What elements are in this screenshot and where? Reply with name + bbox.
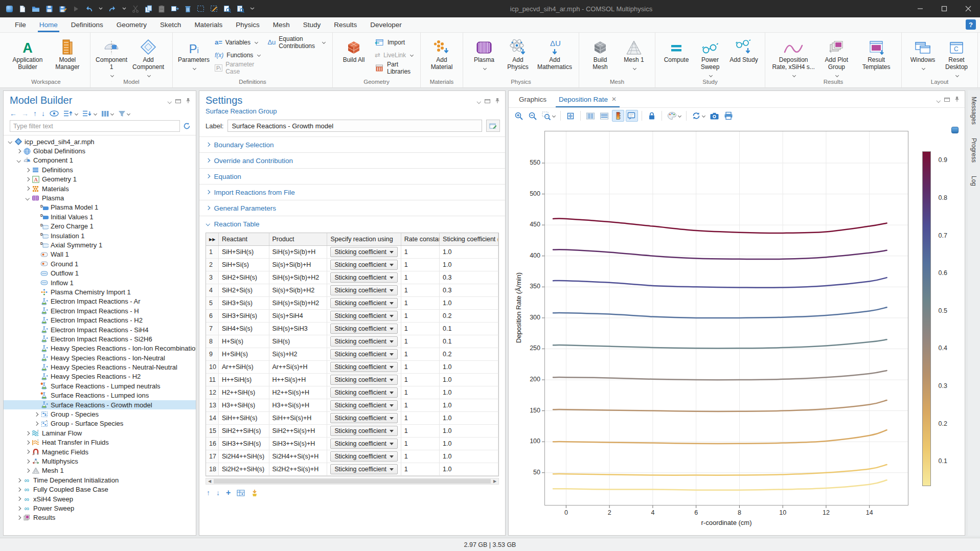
table-row[interactable]: 5SiH3+Si(s)SiH(s)+Si(b)+H2Sticking coeff… xyxy=(206,297,498,310)
table-row[interactable]: 4SiH2+Si(s)Si(s)+Si(b)+H2Sticking coeffi… xyxy=(206,284,498,297)
product-cell[interactable]: Si2H4++Si(s)+H xyxy=(269,450,327,463)
zoom-in-button[interactable] xyxy=(513,110,525,122)
sticking-coefficient-cell[interactable]: 1.0 xyxy=(440,412,498,425)
save-icon[interactable] xyxy=(45,5,53,13)
duplicate-icon[interactable] xyxy=(171,5,179,12)
rate-constant-cell[interactable]: 1 xyxy=(401,323,439,335)
product-cell[interactable]: H2++Si(s)+H xyxy=(269,386,327,399)
table-row[interactable]: 16SiH3++SiH(s)SiH3++Si(s)+HSticking coef… xyxy=(206,438,498,450)
tree-expander[interactable] xyxy=(33,413,40,416)
tree-item[interactable]: Electron Impact Reactions - H xyxy=(4,306,196,315)
menu-tab-developer[interactable]: Developer xyxy=(363,17,408,32)
tree-item[interactable]: ∞xSiH4 Sweep xyxy=(4,494,196,503)
mesh-1-button[interactable]: Mesh 1 xyxy=(617,35,651,68)
section-import-reactions-from-file[interactable]: Import Reactions from File xyxy=(199,184,505,200)
tree-expander[interactable] xyxy=(24,460,31,463)
sticking-coefficient-cell[interactable]: 1.0 xyxy=(440,399,498,412)
float-panel-icon[interactable] xyxy=(175,98,181,103)
rate-constant-cell[interactable]: 1 xyxy=(401,284,439,297)
section-general-parameters[interactable]: General Parameters xyxy=(199,200,505,216)
tree-expander[interactable] xyxy=(24,169,31,172)
tree-item[interactable]: Electron Impact Reactions - Ar xyxy=(4,297,196,306)
reactant-cell[interactable]: SiH2++SiH(s) xyxy=(218,425,269,438)
tree-expander[interactable] xyxy=(7,140,14,143)
tree-expander[interactable] xyxy=(24,187,31,190)
sticking-coefficient-cell[interactable]: 0.3 xyxy=(440,271,498,284)
rename-button[interactable] xyxy=(486,120,500,132)
find-icon[interactable] xyxy=(223,5,231,13)
tree-item[interactable]: Inflow 1 xyxy=(4,278,196,287)
filter-funnel-icon[interactable] xyxy=(118,110,130,117)
plot-area[interactable] xyxy=(544,131,908,506)
sticking-coefficient-cell[interactable]: 0.1 xyxy=(440,323,498,335)
undo-icon[interactable] xyxy=(85,5,93,12)
clear-button[interactable] xyxy=(251,489,258,497)
specify-reaction-dropdown[interactable]: Sticking coefficient xyxy=(330,400,397,410)
open-file-icon[interactable] xyxy=(32,5,40,12)
table-row[interactable]: 3SiH2+SiH(s)SiH(s)+Si(b)+H2Sticking coef… xyxy=(206,271,498,284)
add-button[interactable]: + xyxy=(226,488,231,497)
build-all-button[interactable]: Build All xyxy=(337,35,371,64)
menu-tab-physics[interactable]: Physics xyxy=(229,17,266,32)
specify-reaction-dropdown[interactable]: Sticking coefficient xyxy=(330,464,397,474)
tree-item[interactable]: *Laminar Flow xyxy=(4,428,196,438)
tree-expander[interactable] xyxy=(24,450,31,453)
tree-expander[interactable] xyxy=(24,441,31,444)
rate-constant-cell[interactable]: 1 xyxy=(401,297,439,310)
functions-button[interactable]: f(x)Functions xyxy=(213,49,262,61)
product-cell[interactable]: Si(s)+Si(b)+H2 xyxy=(269,284,327,297)
rate-constant-cell[interactable]: 1 xyxy=(401,425,439,438)
scroll-left-arrow[interactable]: ◀ xyxy=(206,478,213,484)
print-button[interactable] xyxy=(722,110,735,122)
add-study-button[interactable]: Add Study xyxy=(727,35,761,64)
table-row[interactable]: 14SiH++SiH(s)SiH++Si(s)+HSticking coeffi… xyxy=(206,412,498,425)
select-box-icon[interactable] xyxy=(197,5,204,12)
move-up-icon[interactable]: ↑ xyxy=(33,109,37,118)
add-material-button[interactable]: Add Material xyxy=(425,35,459,71)
column-header[interactable]: Specify reaction using xyxy=(327,233,401,246)
table-row[interactable]: 8H+Si(s)SiH(s)Sticking coefficient10.1 xyxy=(206,335,498,348)
tree-item[interactable]: Electron Impact Reactions - H2 xyxy=(4,315,196,325)
product-cell[interactable]: SiH2++Si(s)+H xyxy=(269,425,327,438)
save-as-icon[interactable] xyxy=(59,5,67,13)
product-cell[interactable]: H++Si(s)+H xyxy=(269,374,327,386)
model-tree-columns-icon[interactable] xyxy=(101,110,113,117)
windows-button[interactable]: Windows xyxy=(906,35,940,68)
product-cell[interactable]: Ar++Si(s)+H xyxy=(269,361,327,374)
tree-item[interactable]: Mesh 1 xyxy=(4,466,196,475)
reactant-cell[interactable]: SiH+SiH(s) xyxy=(218,246,269,259)
reactant-cell[interactable]: H+SiH(s) xyxy=(218,348,269,361)
table-horizontal-scrollbar[interactable]: ◀ ▶ xyxy=(206,478,499,485)
tree-item[interactable]: *Heat Transfer in Fluids xyxy=(4,438,196,447)
tree-item[interactable]: DInitial Values 1 xyxy=(4,212,196,221)
collapse-all-icon[interactable] xyxy=(82,110,97,117)
find-in-model-icon[interactable] xyxy=(237,5,244,13)
sticking-coefficient-cell[interactable]: 1.0 xyxy=(440,450,498,463)
sticking-coefficient-cell[interactable]: 0.3 xyxy=(440,284,498,297)
collapse-panel-icon[interactable] xyxy=(477,96,481,105)
tree-item[interactable]: DPlasma Model 1 xyxy=(4,203,196,212)
product-cell[interactable]: Si2H2++Si(s)+H xyxy=(269,463,327,476)
product-cell[interactable]: Si(s)+Si(b)+H xyxy=(269,259,327,271)
product-cell[interactable]: H3++Si(s)+H xyxy=(269,399,327,412)
tree-item[interactable]: Outflow 1 xyxy=(4,268,196,278)
sticking-coefficient-cell[interactable]: 1.0 xyxy=(440,425,498,438)
reactant-cell[interactable]: Ar++SiH(s) xyxy=(218,361,269,374)
tree-item[interactable]: Surface Reactions - Growth model xyxy=(4,400,196,409)
scroll-right-arrow[interactable]: ▶ xyxy=(491,478,498,484)
tree-item[interactable]: Electron Impact Reactions - SiH4 xyxy=(4,325,196,334)
pin-panel-icon[interactable] xyxy=(495,98,500,104)
menu-tab-geometry[interactable]: Geometry xyxy=(110,17,153,32)
rate-constant-cell[interactable]: 1 xyxy=(401,374,439,386)
close-button[interactable] xyxy=(956,0,980,17)
column-header[interactable]: Rate constant xyxy=(401,233,439,246)
move-down-button[interactable]: ↓ xyxy=(216,489,220,497)
pin-panel-icon[interactable] xyxy=(954,96,960,102)
tree-item[interactable]: icp_pecvd_sih4_ar.mph xyxy=(4,137,196,146)
caret-icon[interactable] xyxy=(99,7,103,10)
reactant-cell[interactable]: H3++SiH(s) xyxy=(218,399,269,412)
move-up-button[interactable]: ↑ xyxy=(207,489,210,497)
reactant-cell[interactable]: SiH+Si(s) xyxy=(218,259,269,271)
x-grid-button[interactable] xyxy=(584,110,597,122)
table-row[interactable]: 6SiH3+SiH(s)Si(s)+SiH4Sticking coefficie… xyxy=(206,310,498,323)
